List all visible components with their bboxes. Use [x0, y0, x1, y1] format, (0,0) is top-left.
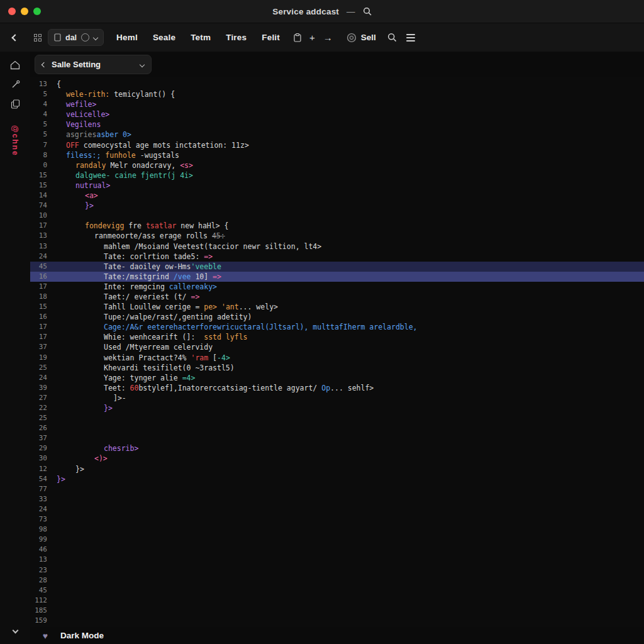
- code-line[interactable]: 33: [30, 494, 644, 504]
- line-number[interactable]: 19: [30, 353, 57, 363]
- tools-icon[interactable]: [11, 80, 20, 89]
- line-number[interactable]: 15: [30, 170, 57, 180]
- code-line[interactable]: 112: [30, 596, 644, 606]
- code-line[interactable]: 16Tupe:/walpe/rast/,genting adetity): [30, 312, 644, 322]
- line-number[interactable]: 25: [30, 413, 57, 423]
- line-number[interactable]: 28: [30, 575, 57, 586]
- line-number[interactable]: 37: [30, 433, 57, 443]
- line-number[interactable]: 30: [30, 453, 57, 464]
- files-icon[interactable]: [11, 99, 20, 109]
- line-number[interactable]: 39: [30, 383, 57, 393]
- line-number[interactable]: 23: [30, 565, 57, 575]
- line-number[interactable]: 24: [30, 252, 57, 262]
- toolbar-search-icon[interactable]: [387, 33, 397, 42]
- line-number[interactable]: 25: [30, 363, 57, 373]
- code-line[interactable]: 185: [30, 606, 644, 616]
- line-number[interactable]: 33: [30, 494, 57, 504]
- line-number[interactable]: 45: [30, 586, 57, 596]
- line-number[interactable]: 15: [30, 302, 57, 312]
- code-line[interactable]: 7OFF comeocystal age mots inctatetion: 1…: [30, 140, 644, 150]
- minimize-window-button[interactable]: [21, 8, 28, 15]
- code-line[interactable]: 24Yage: tynger alie =4>: [30, 373, 644, 383]
- line-number[interactable]: 13: [30, 242, 57, 252]
- code-line[interactable]: 28: [30, 575, 644, 586]
- code-line[interactable]: 14<a>: [30, 191, 644, 201]
- code-line[interactable]: 98: [30, 525, 644, 535]
- code-line[interactable]: 73: [30, 514, 644, 525]
- code-line[interactable]: 13: [30, 555, 644, 565]
- code-editor[interactable]: 13{5wele-rith: temicylant() {4wefile>4ve…: [30, 77, 644, 627]
- plus-icon[interactable]: +: [309, 33, 315, 42]
- code-line[interactable]: 4wefile>: [30, 99, 644, 109]
- code-line[interactable]: 23: [30, 565, 644, 575]
- code-line[interactable]: 25Khevardi tesifilet(0 ~3rastl5): [30, 363, 644, 373]
- sidebar-vertical-tab[interactable]: @chne: [11, 125, 19, 157]
- code-line[interactable]: 18Taet:/ everiest (t/ =>: [30, 292, 644, 302]
- code-line[interactable]: 5asgriesasber 0>: [30, 130, 644, 140]
- line-number[interactable]: 13: [30, 79, 57, 89]
- zoom-window-button[interactable]: [33, 8, 41, 15]
- line-number[interactable]: 0: [30, 160, 57, 170]
- code-line[interactable]: 15nutrual>: [30, 180, 644, 191]
- code-line[interactable]: 13{: [30, 79, 644, 89]
- code-line[interactable]: 159: [30, 616, 644, 626]
- menu-item-tires[interactable]: Tires: [226, 33, 247, 42]
- line-number[interactable]: 27: [30, 393, 57, 403]
- line-number[interactable]: 37: [30, 342, 57, 352]
- sidebar-chevron-down-icon[interactable]: [13, 624, 18, 635]
- search-icon[interactable]: [363, 7, 372, 16]
- line-number[interactable]: 24: [30, 373, 57, 383]
- code-line[interactable]: 5Vegilens: [30, 119, 644, 130]
- line-number[interactable]: 16: [30, 312, 57, 322]
- line-number[interactable]: 8: [30, 150, 57, 160]
- menu-icon[interactable]: [406, 34, 415, 42]
- grid-icon[interactable]: [34, 34, 42, 42]
- line-number[interactable]: 5: [30, 119, 57, 130]
- code-line[interactable]: 45: [30, 586, 644, 596]
- code-line[interactable]: 17Whie: wenhcearift (]: sstd lyfls: [30, 332, 644, 342]
- line-number[interactable]: 77: [30, 484, 57, 494]
- code-line[interactable]: 16Tate:/msitgrind /vee 10] =>: [30, 272, 644, 282]
- line-number[interactable]: 12: [30, 464, 57, 474]
- line-number[interactable]: 54: [30, 474, 57, 484]
- line-number[interactable]: 26: [30, 423, 57, 433]
- line-number[interactable]: 24: [30, 504, 57, 514]
- tab-salle-setting[interactable]: Salle Setting: [35, 55, 152, 74]
- code-line[interactable]: 25: [30, 413, 644, 423]
- line-number[interactable]: 10: [30, 211, 57, 221]
- code-line[interactable]: 22}>: [30, 403, 644, 413]
- line-number[interactable]: 14: [30, 191, 57, 201]
- line-number[interactable]: 16: [30, 272, 57, 282]
- code-line[interactable]: 30<)>: [30, 453, 644, 464]
- code-line[interactable]: 29chesrib>: [30, 443, 644, 453]
- sell-button[interactable]: Sell: [347, 33, 376, 43]
- code-line[interactable]: 13mahlem /Msoiand Veetest(taccior newr s…: [30, 242, 644, 252]
- line-number[interactable]: 15: [30, 180, 57, 191]
- heart-icon[interactable]: ♥: [30, 631, 60, 641]
- code-line[interactable]: 13ranmeoorte/ass erage rolls 45:: [30, 231, 644, 241]
- code-line[interactable]: 10: [30, 211, 644, 221]
- line-number[interactable]: 159: [30, 616, 57, 626]
- code-line[interactable]: 8filess:; funhole -wugstals: [30, 150, 644, 160]
- line-number[interactable]: 4: [30, 109, 57, 119]
- menu-item-heml[interactable]: Heml: [116, 33, 138, 42]
- code-line[interactable]: 15dalgwee- caine fjentr(j 4i>: [30, 170, 644, 180]
- line-number[interactable]: 22: [30, 403, 57, 413]
- code-line[interactable]: 17fondevigg fre tsatlar new haHl> {: [30, 221, 644, 231]
- line-number[interactable]: 5: [30, 130, 57, 140]
- menu-item-seale[interactable]: Seale: [153, 33, 175, 42]
- code-line[interactable]: 37: [30, 433, 644, 443]
- line-number[interactable]: 17: [30, 322, 57, 332]
- code-line[interactable]: 74}>: [30, 201, 644, 211]
- line-number[interactable]: 98: [30, 525, 57, 535]
- code-line[interactable]: 45Tate- daoiley ow-Hms'veeble: [30, 262, 644, 272]
- code-line[interactable]: 15Tahll Loullew cerige = pe> 'ant... wel…: [30, 302, 644, 312]
- code-line[interactable]: 19wektian Practact?4% 'ram [-4>: [30, 353, 644, 363]
- code-line[interactable]: 27]>-: [30, 393, 644, 403]
- arrow-right-icon[interactable]: →: [323, 33, 333, 42]
- menu-item-felit[interactable]: Felit: [262, 33, 280, 42]
- code-line[interactable]: 54}>: [30, 474, 644, 484]
- line-number[interactable]: 17: [30, 332, 57, 342]
- code-line[interactable]: 24: [30, 504, 644, 514]
- close-window-button[interactable]: [8, 8, 16, 15]
